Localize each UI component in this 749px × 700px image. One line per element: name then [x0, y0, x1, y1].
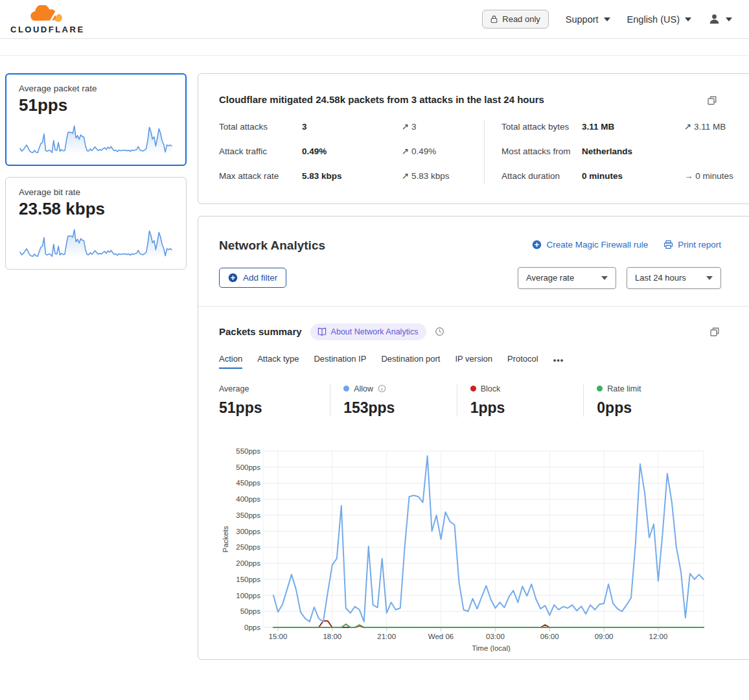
- metric-card-packet-rate[interactable]: Average packet rate 51pps: [5, 73, 187, 166]
- svg-text:03:00: 03:00: [486, 633, 505, 640]
- legend-stat-name: Block: [481, 384, 501, 393]
- metric-label: Average packet rate: [19, 84, 173, 93]
- chevron-down-icon: [726, 18, 732, 21]
- legend-stats-row: Average51ppsAllow153ppsBlock1ppsRate lim…: [219, 384, 747, 417]
- book-icon: [317, 327, 327, 336]
- more-tabs-button[interactable]: •••: [553, 355, 564, 369]
- cloudflare-logo[interactable]: CLOUDFLARE: [10, 5, 85, 34]
- svg-text:500pps: 500pps: [236, 463, 260, 471]
- add-filter-label: Add filter: [243, 273, 277, 283]
- legend-stat-name: Average: [219, 384, 249, 393]
- overlapping-squares-icon: [709, 327, 720, 337]
- support-menu[interactable]: Support: [566, 14, 610, 25]
- printer-icon: [663, 240, 673, 250]
- tab-protocol[interactable]: Protocol: [507, 354, 538, 369]
- tab-attack-type[interactable]: Attack type: [257, 354, 299, 369]
- legend-stat-value: 1pps: [470, 399, 584, 417]
- stat-row-delta: → 0 minutes: [684, 169, 747, 184]
- account-menu[interactable]: [708, 13, 732, 25]
- legend-stat-label: Average: [219, 384, 330, 393]
- metric-select-value: Average rate: [526, 273, 574, 283]
- stat-row-label: Most attacks from: [501, 145, 578, 159]
- time-range-select[interactable]: Last 24 hours: [627, 267, 721, 289]
- tab-destination-port[interactable]: Destination port: [381, 354, 440, 369]
- metric-select[interactable]: Average rate: [518, 267, 616, 289]
- stat-row-value: 3.11 MB: [582, 120, 680, 135]
- stat-row-label: Total attack bytes: [501, 120, 578, 135]
- chevron-down-icon: [601, 276, 608, 280]
- network-analytics-card: Network Analytics Create Magic Firewall …: [198, 216, 749, 660]
- language-menu[interactable]: English (US): [627, 14, 691, 25]
- svg-text:12:00: 12:00: [649, 633, 668, 640]
- svg-text:Packets: Packets: [222, 526, 229, 552]
- legend-dot-icon: [343, 386, 349, 391]
- summary-stats-left: Total attacks3↗ 3Attack traffic0.49%↗ 0.…: [219, 120, 481, 184]
- packets-time-series-chart: 0pps50pps100pps150pps200pps250pps300pps3…: [219, 443, 718, 657]
- legend-stat-block: Block1pps: [457, 384, 584, 417]
- attack-summary-title: Cloudflare mitigated 24.58k packets from…: [219, 94, 544, 105]
- legend-stat-label: Allow: [343, 384, 457, 393]
- dimension-tabs: ActionAttack typeDestination IPDestinati…: [219, 354, 747, 369]
- svg-text:350pps: 350pps: [236, 511, 260, 519]
- svg-text:200pps: 200pps: [236, 559, 260, 567]
- plus-circle-icon: [532, 240, 542, 250]
- create-magic-firewall-rule-link[interactable]: Create Magic Firewall rule: [532, 240, 648, 250]
- expand-card-button[interactable]: [706, 94, 719, 107]
- legend-stat-value: 51pps: [219, 399, 330, 417]
- svg-text:100pps: 100pps: [236, 591, 260, 599]
- tab-action[interactable]: Action: [219, 354, 242, 369]
- logo-wordmark: CLOUDFLARE: [10, 25, 85, 34]
- metric-card-bit-rate[interactable]: Average bit rate 23.58 kbps: [5, 177, 187, 270]
- stat-row-label: Attack traffic: [219, 145, 298, 159]
- packets-summary-title: Packets summary: [219, 326, 302, 337]
- svg-text:15:00: 15:00: [269, 633, 288, 640]
- stat-row-value: 5.83 kbps: [302, 169, 398, 184]
- user-icon: [708, 13, 720, 25]
- stat-row-label: Attack duration: [501, 169, 578, 184]
- legend-stat-value: 0pps: [597, 399, 710, 417]
- expand-card-button[interactable]: [708, 325, 721, 338]
- packet-rate-sparkline: [19, 121, 173, 156]
- legend-stat-rate-limit: Rate limit0pps: [583, 384, 710, 417]
- history-clock-button[interactable]: [435, 327, 444, 336]
- about-network-analytics-badge[interactable]: About Network Analytics: [310, 323, 427, 340]
- chevron-down-icon: [685, 18, 691, 21]
- time-range-value: Last 24 hours: [635, 273, 686, 283]
- svg-text:Wed 06: Wed 06: [428, 633, 454, 640]
- attack-summary-card: Cloudflare mitigated 24.58k packets from…: [198, 73, 749, 204]
- svg-text:06:00: 06:00: [540, 633, 559, 640]
- support-label: Support: [566, 14, 599, 25]
- tab-ip-version[interactable]: IP version: [455, 354, 492, 369]
- clock-icon: [435, 327, 444, 336]
- stat-row-delta: ↗ 0.49%: [402, 145, 481, 159]
- legend-stat-label: Rate limit: [597, 384, 710, 393]
- legend-stat-name: Rate limit: [607, 384, 641, 393]
- svg-text:0pps: 0pps: [244, 624, 260, 631]
- stat-row-delta: ↗ 3.11 MB: [684, 120, 747, 135]
- info-icon[interactable]: [378, 384, 386, 393]
- legend-stat-average: Average51pps: [219, 384, 330, 417]
- legend-stat-label: Block: [470, 384, 584, 393]
- add-filter-button[interactable]: Add filter: [219, 268, 286, 288]
- svg-text:Time (local): Time (local): [472, 644, 511, 652]
- stat-row-delta: [684, 145, 747, 159]
- network-analytics-title: Network Analytics: [219, 239, 325, 253]
- stat-row-label: Total attacks: [219, 120, 298, 135]
- create-rule-label: Create Magic Firewall rule: [546, 240, 648, 250]
- stat-row-delta: ↗ 5.83 kbps: [402, 169, 481, 184]
- sub-nav-strip: [0, 39, 749, 56]
- stat-row-value: Netherlands: [582, 145, 680, 159]
- svg-text:250pps: 250pps: [236, 543, 260, 551]
- tab-destination-ip[interactable]: Destination IP: [314, 354, 366, 369]
- legend-stat-name: Allow: [354, 384, 373, 393]
- svg-text:300pps: 300pps: [236, 527, 260, 535]
- plus-circle-icon: [228, 273, 238, 283]
- lock-icon: [490, 15, 498, 23]
- bit-rate-sparkline: [19, 225, 173, 260]
- chevron-down-icon: [604, 18, 610, 21]
- read-only-badge[interactable]: Read only: [482, 10, 549, 29]
- print-report-link[interactable]: Print report: [663, 240, 721, 250]
- packets-summary-section: Packets summary About Network Analytics: [198, 307, 749, 659]
- top-header: CLOUDFLARE Read only Support English (US…: [0, 0, 749, 39]
- svg-text:150pps: 150pps: [236, 576, 260, 583]
